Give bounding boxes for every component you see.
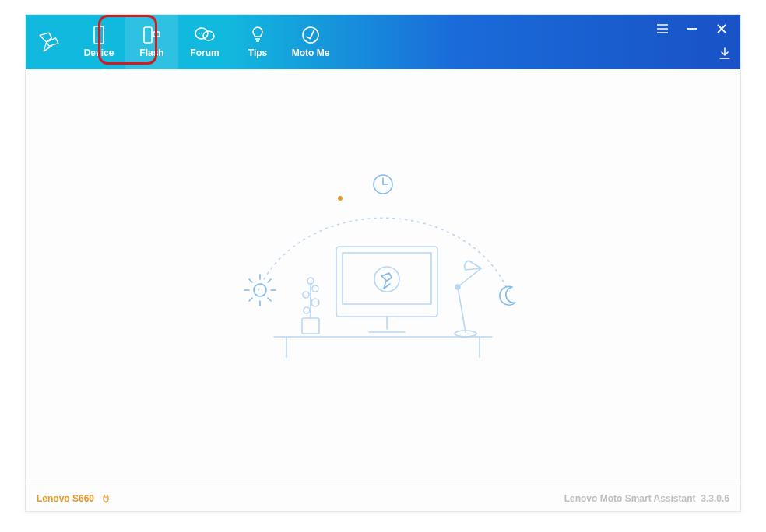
svg-line-47: [458, 287, 466, 332]
desk-illustration: [227, 166, 539, 368]
svg-rect-3: [153, 32, 160, 37]
content-area: [26, 69, 740, 485]
svg-line-26: [249, 279, 252, 282]
hummingbird-icon: [36, 29, 62, 55]
window-controls: [656, 15, 736, 43]
device-model-label: Lenovo S660: [37, 493, 94, 504]
app-version-label: 3.3.0.6: [701, 493, 729, 504]
svg-rect-2: [144, 27, 152, 43]
flash-icon: [142, 26, 161, 44]
svg-point-1: [98, 40, 100, 42]
svg-point-45: [307, 278, 314, 284]
svg-point-7: [201, 33, 202, 34]
nav-motome[interactable]: Moto Me: [284, 15, 337, 69]
nav-label: Flash: [139, 47, 163, 58]
nav-tips[interactable]: Tips: [231, 15, 284, 69]
nav-label: Forum: [190, 47, 219, 58]
device-icon: [93, 26, 105, 44]
nav: Device Flash Forum Tips: [72, 15, 337, 69]
svg-point-30: [338, 196, 343, 201]
nav-label: Tips: [248, 47, 267, 58]
svg-point-44: [312, 285, 318, 292]
statusbar: Lenovo S660 Lenovo Moto Smart Assistant …: [26, 485, 740, 511]
svg-point-42: [311, 299, 319, 306]
svg-point-41: [304, 307, 310, 313]
nav-device[interactable]: Device: [72, 15, 125, 69]
svg-point-11: [303, 27, 318, 43]
app-name-label: Lenovo Moto Smart Assistant: [564, 493, 696, 504]
svg-line-27: [268, 279, 271, 282]
svg-point-8: [203, 33, 205, 34]
minimize-button[interactable]: [686, 23, 698, 35]
download-button[interactable]: [719, 47, 731, 63]
motome-icon: [301, 26, 320, 44]
titlebar: Device Flash Forum Tips: [26, 15, 740, 69]
status-device: Lenovo S660: [37, 493, 111, 504]
svg-point-21: [254, 284, 266, 296]
svg-point-49: [455, 285, 460, 289]
close-button[interactable]: [715, 23, 728, 35]
nav-label: Device: [84, 47, 114, 58]
svg-point-38: [374, 267, 399, 292]
menu-button[interactable]: [656, 23, 669, 35]
status-app: Lenovo Moto Smart Assistant 3.3.0.6: [564, 493, 729, 504]
app-logo: [26, 15, 72, 69]
nav-forum[interactable]: Forum: [178, 15, 231, 69]
tips-icon: [251, 26, 265, 44]
plug-icon: [101, 494, 111, 503]
svg-line-29: [268, 298, 271, 301]
svg-point-5: [203, 31, 214, 40]
forum-icon: [195, 26, 215, 44]
svg-rect-35: [343, 253, 431, 304]
app-window: Device Flash Forum Tips: [25, 14, 741, 512]
svg-line-48: [458, 268, 481, 287]
svg-rect-39: [302, 318, 319, 334]
svg-point-6: [199, 33, 200, 34]
svg-rect-34: [336, 247, 437, 317]
svg-point-43: [303, 292, 309, 298]
nav-label: Moto Me: [292, 47, 330, 58]
nav-flash[interactable]: Flash: [125, 15, 178, 69]
svg-line-28: [249, 298, 252, 301]
